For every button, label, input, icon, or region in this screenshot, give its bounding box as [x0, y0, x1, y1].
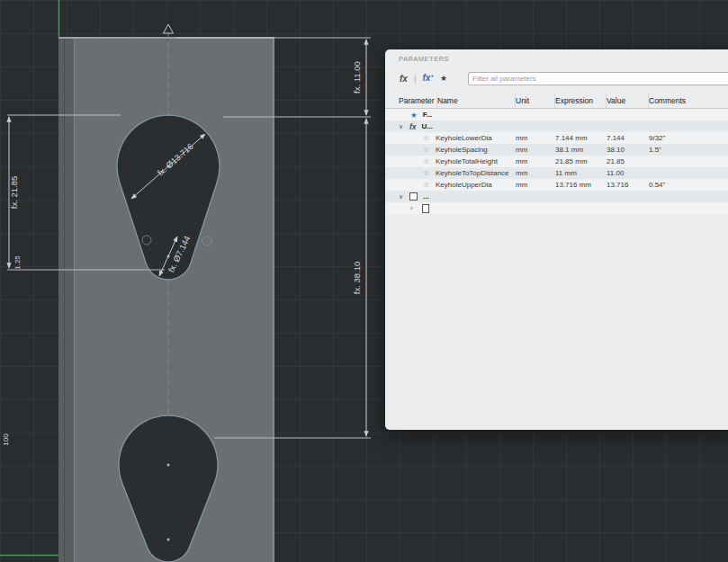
param-expression[interactable]: 7.144 mm	[555, 134, 607, 142]
param-expression[interactable]: 38.1 mm	[555, 146, 607, 154]
table-row[interactable]: ☆ KeyholeSpacing mm 38.1 mm 38.10 1.5"	[385, 144, 728, 156]
favorite-toggle-icon[interactable]: ☆	[423, 181, 431, 189]
sketch-point-circle[interactable]	[202, 236, 211, 245]
col-value[interactable]: Value	[607, 94, 649, 108]
table-header: Parameter Name Unit Expression Value Com…	[385, 94, 728, 109]
param-unit: mm	[516, 169, 555, 177]
fx-icon: fx	[409, 122, 417, 131]
col-unit[interactable]: Unit	[516, 94, 555, 108]
dim-label-edge[interactable]: 1.25	[13, 255, 22, 270]
favorite-toggle-icon[interactable]: ☆	[423, 134, 431, 142]
model-child-row[interactable]: ›	[385, 202, 728, 214]
table-row[interactable]: ☆ KeyholeUpperDia mm 13.716 mm 13.716 0.…	[385, 179, 728, 191]
favorite-toggle-icon[interactable]: ☆	[423, 169, 431, 177]
param-unit: mm	[516, 134, 555, 142]
table-row[interactable]: ☆ KeyholeToTopDistance mm 11 mm 11.00	[385, 167, 728, 179]
parameters-toolbar: fx | fx+ ★	[400, 70, 728, 86]
param-value: 21.85	[607, 157, 649, 165]
panel-title: PARAMETERS	[385, 49, 728, 63]
table-row[interactable]: ☆ KeyholeLowerDia mm 7.144 mm 7.144 9/32…	[385, 132, 728, 144]
toolbar-divider: |	[414, 74, 417, 84]
param-value: 7.144	[607, 134, 649, 142]
dim-label-keyhole-to-top[interactable]: fx. 11.00	[352, 61, 362, 94]
table-row[interactable]: ☆ KeyholeTotalHeight mm 21.85 mm 21.85	[385, 156, 728, 167]
chevron-down-icon[interactable]: ∨	[399, 193, 407, 201]
favorites-star-icon[interactable]: ★	[410, 111, 418, 120]
model-group-row[interactable]: ∨ ...	[385, 191, 728, 202]
favorites-filter-star-icon[interactable]: ★	[440, 74, 447, 83]
parameters-table-body: ★ F... ∨ fx U... ☆ KeyholeLowerDia mm 7.…	[385, 109, 728, 214]
param-comment[interactable]: 1.5"	[649, 146, 728, 154]
document-icon	[422, 204, 429, 213]
param-value: 11.00	[607, 169, 649, 177]
favorites-group-row[interactable]: ★ F...	[385, 109, 728, 120]
param-unit: mm	[516, 181, 555, 189]
user-group-label: U...	[422, 122, 433, 130]
dim-label-total-height[interactable]: fx. 21.85	[9, 176, 19, 209]
dim-label-plate-length[interactable]: 100	[2, 433, 10, 446]
add-parameter-icon[interactable]: fx+	[423, 73, 434, 83]
chevron-down-icon[interactable]: ∨	[399, 123, 407, 130]
fx-icon[interactable]: fx	[400, 74, 408, 84]
param-expression[interactable]: 11 mm	[555, 169, 607, 177]
col-name[interactable]: Name	[437, 94, 516, 108]
favorite-toggle-icon[interactable]: ☆	[423, 157, 431, 165]
cone-marker-icon	[164, 24, 174, 33]
param-name[interactable]: KeyholeToTopDistance	[436, 169, 508, 177]
param-name[interactable]: KeyholeUpperDia	[436, 181, 492, 189]
model-cube-icon	[409, 192, 418, 201]
param-name[interactable]: KeyholeSpacing	[436, 146, 488, 154]
param-comment[interactable]: 9/32"	[649, 134, 728, 142]
param-expression[interactable]: 13.716 mm	[555, 181, 607, 189]
chevron-right-icon[interactable]: ›	[410, 204, 418, 212]
col-comments[interactable]: Comments	[649, 94, 728, 108]
favorite-toggle-icon[interactable]: ☆	[423, 146, 431, 154]
lower-slot-center-point[interactable]	[167, 539, 170, 541]
param-unit: mm	[516, 157, 555, 165]
model-group-label: ...	[423, 192, 429, 201]
col-parameter[interactable]: Parameter	[399, 94, 437, 108]
parameters-panel: PARAMETERS fx | fx+ ★ Parameter Name Uni…	[385, 49, 728, 430]
dim-label-keyhole-spacing[interactable]: fx. 38.10	[352, 262, 362, 294]
filter-parameters-input[interactable]	[468, 72, 728, 85]
param-value: 38.10	[607, 146, 649, 154]
param-expression[interactable]: 21.85 mm	[555, 157, 607, 165]
param-comment[interactable]: 0.54"	[649, 181, 728, 189]
favorites-group-label: F...	[423, 111, 433, 119]
param-unit: mm	[516, 146, 555, 154]
lower-circle-center-point[interactable]	[167, 464, 170, 467]
col-expression[interactable]: Expression	[555, 94, 607, 108]
param-name[interactable]: KeyholeTotalHeight	[436, 157, 498, 165]
param-value: 13.716	[607, 181, 649, 189]
user-parameters-group-row[interactable]: ∨ fx U...	[385, 120, 728, 132]
cad-viewport[interactable]: fx. 11.00 fx. 38.10 fx. 21.85 1.25 100 f…	[0, 0, 728, 562]
param-name[interactable]: KeyholeLowerDia	[436, 134, 492, 142]
